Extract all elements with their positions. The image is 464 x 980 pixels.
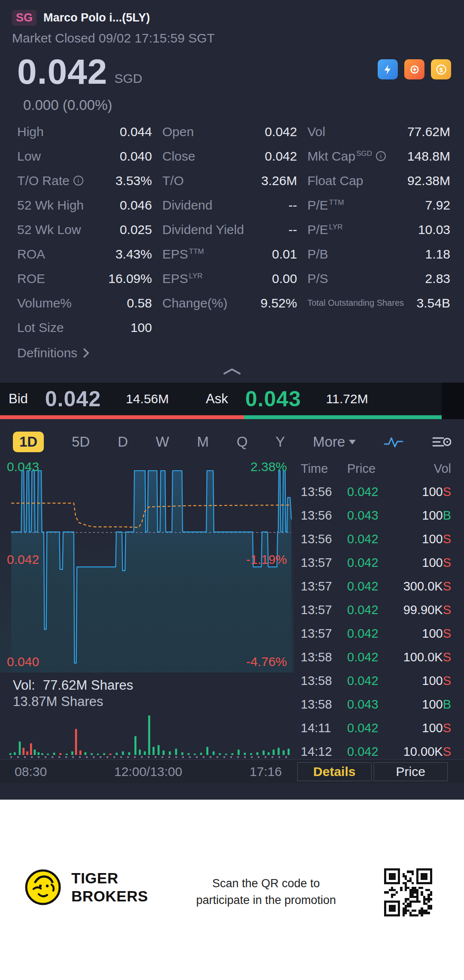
stat-lot-size: Lot Size100 [17, 315, 152, 340]
chart-low-pct: -4.76% [246, 654, 287, 669]
qr-code [384, 868, 432, 916]
svg-text:$: $ [439, 66, 443, 73]
brand-block: TIGER BROKERS [24, 868, 148, 906]
bid-ask-ratio-gauge [0, 415, 464, 419]
stat-52-wk-low: 52 Wk Low0.025 [17, 217, 152, 242]
stat-high: High0.044 [17, 119, 152, 144]
stat-vol: Vol77.62M [307, 119, 450, 144]
stat-dividend-yield: Dividend Yield-- [162, 217, 297, 242]
x-axis-labels: 08:30 12:00/13:00 17:16 [0, 764, 294, 779]
stat-eps: EPSLYR0.00 [162, 266, 297, 291]
definitions-label: Definitions [17, 346, 77, 360]
tape-header: Time Price Vol [301, 457, 464, 480]
tape-row: 13:570.042100S [301, 622, 464, 645]
ask-volume: 11.72M [326, 392, 368, 406]
stat-total-outstanding-shares: Total Outstanding Shares3.54B [307, 291, 450, 315]
last-price: 0.042 [17, 54, 107, 89]
ask-price: 0.043 [245, 387, 301, 411]
app-screen: SG Marco Polo i...(5LY) Market Closed 09… [0, 0, 464, 980]
stat-eps: EPSTTM0.01 [162, 242, 297, 266]
tape-col-price: Price [347, 462, 403, 476]
volume-readout-value: 77.62M Shares [43, 678, 133, 694]
tape-row: 13:580.042100S [301, 669, 464, 693]
quote-panel: SG Marco Polo i...(5LY) Market Closed 09… [0, 0, 464, 800]
stat-p-e: P/ETTM7.92 [307, 193, 450, 217]
x-label-open: 08:30 [15, 764, 47, 779]
stat-change: Change(%)9.52% [162, 291, 297, 315]
tiger-brokers-logo [24, 868, 62, 906]
chevron-down-icon [349, 440, 356, 444]
more-periods-button[interactable]: More [313, 434, 356, 450]
stats-grid: High0.044Open0.042Vol77.62MLow0.040Close… [0, 113, 464, 340]
chart-mid-price: 0.042 [7, 552, 39, 567]
x-label-noon: 12:00/13:00 [114, 764, 182, 779]
quote-section: 0.042 SGD 0.000 (0.00%) $ [0, 46, 464, 113]
promo-footer: TIGER BROKERS Scan the QR code to partic… [0, 800, 464, 980]
promo-text: Scan the QR code to participate in the p… [148, 868, 384, 909]
stat-volume: Volume%0.58 [17, 291, 152, 315]
chevron-up-icon [223, 368, 241, 375]
info-icon[interactable]: i [376, 151, 386, 161]
quote-action-icons: $ [378, 54, 451, 113]
volume-scale-label: 13.87M Shares [0, 694, 294, 714]
tape-col-time: Time [301, 462, 347, 476]
tab-d[interactable]: D [118, 434, 128, 450]
bid-ask-bar[interactable]: Bid 0.042 14.56M Ask 0.043 11.72M [0, 383, 464, 419]
volume-bars-chart [0, 714, 294, 755]
stat-roe: ROE16.09% [17, 266, 152, 291]
price-chart[interactable]: 0.043 2.38% 0.042 -1.19% 0.040 -4.76% [0, 457, 294, 673]
bottom-bar: 08:30 12:00/13:00 17:16 Details Price [0, 759, 464, 783]
tab-price[interactable]: Price [374, 762, 448, 781]
stock-title: Marco Polo i...(5LY) [43, 11, 150, 24]
indicator-settings-icon[interactable] [431, 435, 451, 449]
tab-m[interactable]: M [197, 434, 209, 450]
time-and-sales-panel[interactable]: Time Price Vol 13:560.042100S13:560.0431… [294, 457, 464, 759]
price-block: 0.042 SGD 0.000 (0.00%) [17, 54, 142, 113]
more-label: More [313, 434, 345, 450]
stat-t-o-rate: T/O Ratei3.53% [17, 168, 152, 193]
stat-p-s: P/S2.83 [307, 266, 450, 291]
bid-label: Bid [9, 391, 28, 407]
chart-high-price: 0.043 [7, 460, 39, 474]
chart-and-tape: 0.043 2.38% 0.042 -1.19% 0.040 -4.76% Vo… [0, 457, 464, 759]
rewards-dollar-icon[interactable]: $ [431, 59, 451, 79]
x-label-close: 17:16 [250, 764, 282, 779]
stat-open: Open0.042 [162, 119, 297, 144]
ask-label: Ask [206, 391, 228, 407]
tab-q[interactable]: Q [237, 434, 248, 450]
stat-roa: ROA3.43% [17, 242, 152, 266]
tape-col-vol: Vol [403, 462, 451, 476]
tab-details[interactable]: Details [297, 762, 372, 781]
collapse-panel-button[interactable] [0, 363, 464, 380]
tab-5d[interactable]: 5D [72, 434, 90, 450]
chart-mid-pct: -1.19% [246, 552, 287, 567]
stat-52-wk-high: 52 Wk High0.046 [17, 193, 152, 217]
stat-close: Close0.042 [162, 144, 297, 168]
tape-row: 13:560.042100S [301, 480, 464, 504]
tab-1d[interactable]: 1D [13, 432, 44, 452]
stat-empty [162, 315, 297, 340]
stat-mkt-cap: Mkt CapSGDi148.8M [307, 144, 450, 168]
stat-dividend: Dividend-- [162, 193, 297, 217]
flash-trade-icon[interactable] [378, 59, 398, 79]
chart-column: 0.043 2.38% 0.042 -1.19% 0.040 -4.76% Vo… [0, 457, 294, 759]
info-icon[interactable]: i [73, 176, 83, 186]
volume-readout-label: Vol: [13, 678, 35, 694]
chart-high-pct: 2.38% [250, 460, 287, 474]
stat-p-b: P/B1.18 [307, 242, 450, 266]
definitions-link[interactable]: Definitions [0, 340, 464, 363]
tape-row: 13:580.043100B [301, 693, 464, 716]
tape-row: 13:560.043100B [301, 504, 464, 527]
header: SG Marco Polo i...(5LY) Market Closed 09… [0, 0, 464, 46]
tape-row: 13:580.042100.0KS [301, 645, 464, 669]
market-status: Market Closed 09/02 17:15:59 SGT [12, 31, 451, 46]
price-change: 0.000 (0.00%) [17, 97, 142, 113]
tape-row: 13:570.042100S [301, 551, 464, 575]
line-chart-style-icon[interactable] [384, 435, 403, 449]
stat-low: Low0.040 [17, 144, 152, 168]
tab-w[interactable]: W [156, 434, 169, 450]
promo-icon[interactable] [404, 59, 424, 79]
tab-y[interactable]: Y [275, 434, 285, 450]
tape-row: 14:110.042100S [301, 716, 464, 740]
tape-row: 13:570.042300.0KS [301, 575, 464, 598]
